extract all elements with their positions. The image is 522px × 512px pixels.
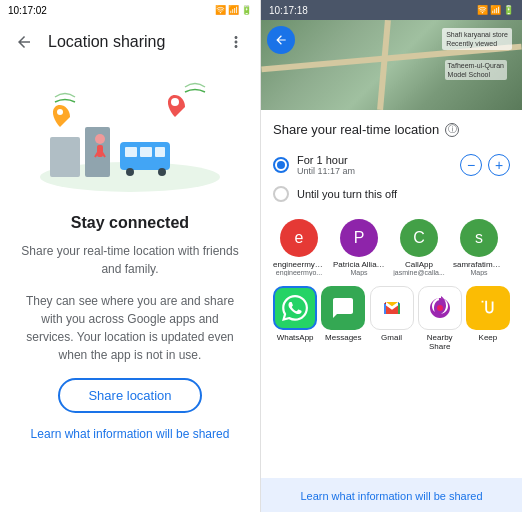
radio-hour-label: For 1 hour [297,154,452,166]
map-label-1: Shafi karyanai store Recently viewed [442,28,512,50]
share-panel: Share your real-time location ⓘ For 1 ho… [261,110,522,478]
contact-item-2[interactable]: P Patricia Alliah Lumbera Maps [333,219,385,276]
share-panel-title: Share your real-time location [273,122,439,137]
gmail-icon [370,286,414,330]
share-title-row: Share your real-time location ⓘ [273,122,510,137]
left-panel: 10:17:02 🛜 📶 🔋 Location sharing [0,0,261,512]
status-bar-left: 10:17:02 🛜 📶 🔋 [0,0,260,20]
messages-icon [321,286,365,330]
contact-item-3[interactable]: C CallApp jasmine@calla... [393,219,445,276]
messages-label: Messages [325,333,361,342]
back-button-map[interactable] [267,26,295,54]
contact-name-1: engineermyusaf@yaho... [273,260,325,269]
back-button[interactable] [8,26,40,58]
status-bar-right: 10:17:18 🛜 📶 🔋 [261,0,522,20]
decrease-hour-button[interactable]: − [460,154,482,176]
contact-item-1[interactable]: e engineermyusaf@yaho... engineermyo... [273,219,325,276]
status-icons-right: 🛜 📶 🔋 [477,5,514,15]
contact-name-3: CallApp [393,260,445,269]
contact-source-3: jasmine@calla... [393,269,444,276]
more-options-button[interactable] [220,26,252,58]
map-label-2: Tafheem-ul-Quran Model School [445,60,507,80]
nearby-share-label: Nearby Share [418,333,462,351]
contacts-row: e engineermyusaf@yaho... engineermyo... … [273,219,510,276]
svg-point-8 [158,168,166,176]
keep-label: Keep [479,333,498,342]
gmail-label: Gmail [381,333,402,342]
contact-item-4[interactable]: s samrafatima170@gmail... Maps [453,219,505,276]
contact-avatar-2: P [340,219,378,257]
app-item-messages[interactable]: Messages [321,286,365,351]
radio-forever[interactable] [273,186,289,202]
contact-source-4: Maps [470,269,487,276]
app-item-whatsapp[interactable]: WhatsApp [273,286,317,351]
svg-rect-5 [140,147,152,157]
share-location-button[interactable]: Share location [58,378,201,413]
status-icons-left: 🛜 📶 🔋 [215,5,252,15]
time-right: 10:17:18 [269,5,308,16]
radio-hour-sublabel: Until 11:17 am [297,166,452,176]
app-item-nearby-share[interactable]: Nearby Share [418,286,462,351]
app-item-gmail[interactable]: Gmail [369,286,413,351]
svg-point-15 [437,305,443,311]
illustration [0,72,260,202]
time-left: 10:17:02 [8,5,47,16]
whatsapp-icon [273,286,317,330]
radio-hour-inner [277,161,285,169]
contact-name-4: samrafatima170@gmail... [453,260,505,269]
radio-forever-labels: Until you turn this off [297,188,510,200]
toolbar-left: Location sharing [0,20,260,64]
keep-icon [466,286,510,330]
radio-group: For 1 hour Until 11:17 am − + Until you … [273,149,510,207]
svg-rect-1 [50,137,80,177]
right-panel: 10:17:18 🛜 📶 🔋 Shafi karyanai store Rece… [261,0,522,512]
battery-icon: 🔋 [241,5,252,15]
headline: Stay connected [20,214,240,232]
radio-item-forever: Until you turn this off [273,181,510,207]
body-text-2: They can see where you are and share wit… [20,292,240,364]
svg-rect-4 [125,147,137,157]
info-icon[interactable]: ⓘ [445,123,459,137]
app-item-keep[interactable]: Keep [466,286,510,351]
contact-avatar-3: C [400,219,438,257]
signal-icon-right: 📶 [490,5,501,15]
radio-hour[interactable] [273,157,289,173]
svg-point-13 [171,98,179,106]
apps-row: WhatsApp Messages [273,286,510,351]
signal-icon: 📶 [228,5,239,15]
svg-point-7 [126,168,134,176]
contact-avatar-4: s [460,219,498,257]
map-area: Shafi karyanai store Recently viewed Taf… [261,20,522,110]
whatsapp-label: WhatsApp [277,333,314,342]
learn-info-row: Learn what information will be shared [261,478,522,512]
hour-controls: − + [460,154,510,176]
learn-link-right[interactable]: Learn what information will be shared [300,490,482,502]
radio-hour-labels: For 1 hour Until 11:17 am [297,154,452,176]
radio-forever-label: Until you turn this off [297,188,510,200]
contact-name-2: Patricia Alliah Lumbera [333,260,385,269]
body-text-1: Share your real-time location with frien… [20,242,240,278]
contact-source-2: Maps [350,269,367,276]
wifi-icon: 🛜 [215,5,226,15]
svg-point-9 [95,134,105,144]
increase-hour-button[interactable]: + [488,154,510,176]
svg-point-14 [57,109,63,115]
battery-icon-right: 🔋 [503,5,514,15]
nearby-share-icon [418,286,462,330]
contact-source-1: engineermyo... [276,269,322,276]
svg-rect-6 [155,147,165,157]
content-area: Stay connected Share your real-time loca… [0,202,260,453]
radio-item-hour: For 1 hour Until 11:17 am − + [273,149,510,181]
wifi-icon-right: 🛜 [477,5,488,15]
contact-avatar-1: e [280,219,318,257]
page-title: Location sharing [48,33,212,51]
learn-link-left[interactable]: Learn what information will be shared [20,427,240,441]
